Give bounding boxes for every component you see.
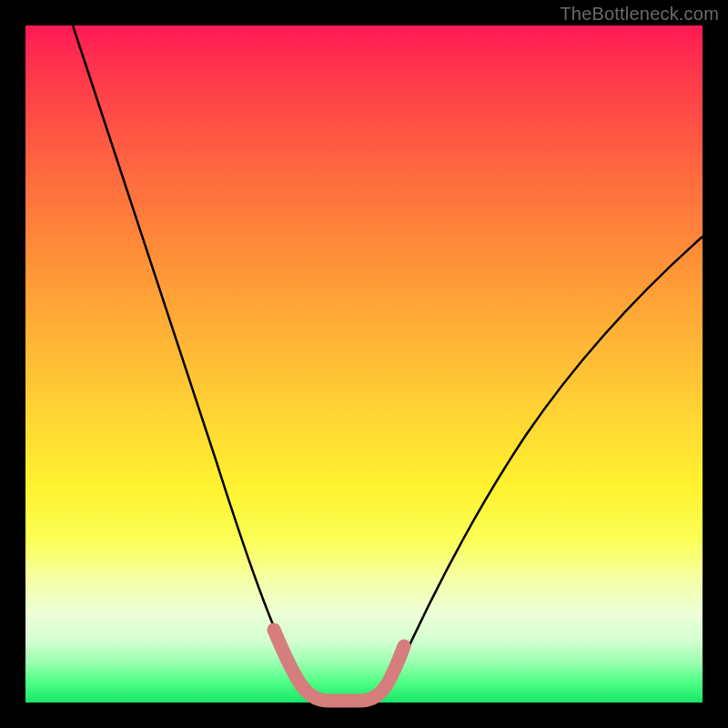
bottleneck-curve [73, 25, 703, 701]
chart-frame: TheBottleneck.com [0, 0, 728, 728]
highlight-band [274, 630, 404, 701]
watermark-text: TheBottleneck.com [560, 4, 719, 25]
curve-layer [25, 25, 703, 703]
plot-area [25, 25, 703, 703]
